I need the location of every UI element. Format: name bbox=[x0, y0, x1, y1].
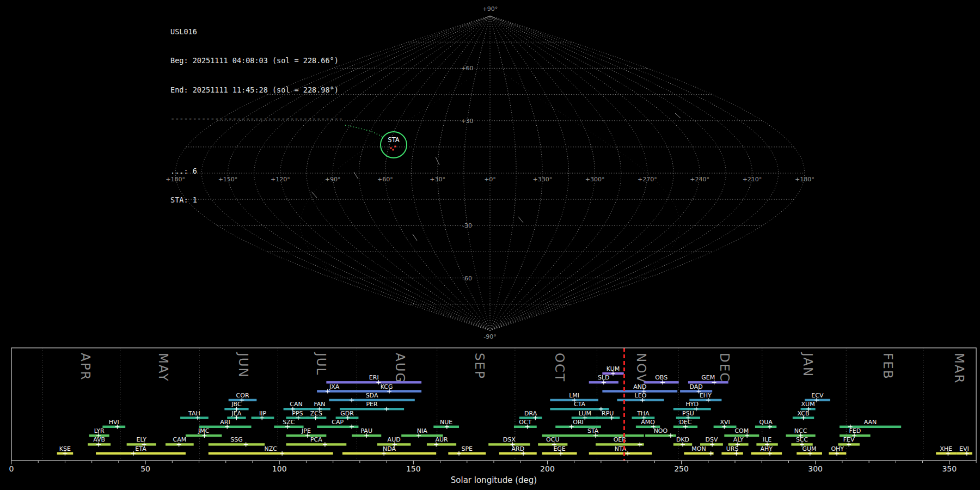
shower-code-label: JXA bbox=[329, 383, 340, 390]
shower-code-label: JBC bbox=[231, 401, 242, 408]
shower-code-label: AAN bbox=[864, 419, 877, 426]
x-tick-label: 100 bbox=[272, 464, 287, 473]
shower-code-label: FEV bbox=[843, 436, 855, 443]
shower-activity-bar bbox=[209, 452, 333, 455]
radiant-detection-dot bbox=[393, 149, 394, 151]
x-tick-label: 300 bbox=[808, 464, 823, 473]
shower-code-label: ORI bbox=[573, 419, 584, 426]
shower-code-label: THA bbox=[636, 410, 650, 417]
separator-line: --------------------------------------- bbox=[170, 114, 343, 124]
radiant-detection-dot bbox=[390, 148, 392, 149]
shower-activity-bar bbox=[180, 416, 209, 419]
shower-code-label: NZC bbox=[264, 445, 277, 452]
meteor-trail bbox=[354, 172, 358, 179]
shower-activity-bar bbox=[342, 452, 436, 455]
shower-code-label: GUM bbox=[803, 445, 817, 452]
longitude-label: +60° bbox=[377, 176, 393, 183]
shower-code-label: DSX bbox=[503, 436, 516, 443]
month-label: FEB bbox=[881, 353, 895, 380]
info-panel: USL016 Beg: 20251111 04:08:03 (sol = 228… bbox=[170, 8, 343, 225]
shower-activity-bar bbox=[352, 390, 421, 392]
shower-code-label: LYR bbox=[94, 427, 105, 434]
shower-code-label: AUR bbox=[435, 436, 448, 443]
shower-activity-bar bbox=[589, 452, 652, 455]
longitude-label: +0° bbox=[484, 176, 496, 183]
x-tick-label: 350 bbox=[942, 464, 957, 473]
shower-code-label: NOO bbox=[654, 427, 668, 434]
radiant-detection-dot bbox=[395, 146, 396, 148]
shower-code-label: ILE bbox=[763, 436, 771, 443]
longitude-label: +300° bbox=[585, 176, 605, 183]
latitude-label: -30 bbox=[462, 222, 472, 229]
radiant-drift-track bbox=[345, 125, 383, 137]
x-tick-label: 0 bbox=[9, 464, 14, 473]
shower-code-label: QUA bbox=[759, 419, 773, 426]
shower-code-label: AVB bbox=[93, 436, 105, 443]
shower-code-label: PER bbox=[366, 401, 378, 408]
shower-code-label: XCB bbox=[798, 410, 810, 417]
shower-code-label: OCT bbox=[519, 419, 531, 426]
shower-code-label: COR bbox=[236, 392, 249, 399]
shower-code-label: AND bbox=[633, 383, 646, 390]
meteor-trail bbox=[675, 113, 681, 118]
shower-code-label: KCG bbox=[381, 383, 393, 390]
month-label: NOV bbox=[634, 353, 648, 384]
shower-code-label: PSU bbox=[682, 410, 694, 417]
shower-code-label: XVI bbox=[720, 419, 730, 426]
shower-code-label: NUE bbox=[440, 419, 452, 426]
shower-code-label: JPE bbox=[301, 427, 311, 434]
shower-code-label: AHY bbox=[761, 445, 773, 452]
shower-code-label: SCC bbox=[796, 436, 808, 443]
shower-code-label: MON bbox=[691, 445, 706, 452]
x-tick-label: 50 bbox=[140, 464, 150, 473]
month-label: MAY bbox=[156, 353, 170, 382]
shower-code-label: LMI bbox=[569, 392, 579, 399]
shower-code-label: FED bbox=[849, 427, 861, 434]
pole-label-north: +90° bbox=[482, 5, 498, 13]
shower-code-label: DAD bbox=[689, 383, 702, 390]
shower-code-label: JMC bbox=[198, 427, 210, 434]
month-label: APR bbox=[78, 353, 93, 381]
shower-activity-bar bbox=[956, 452, 972, 455]
month-label: JUL bbox=[314, 352, 328, 376]
x-tick-label: 250 bbox=[674, 464, 689, 473]
shower-code-label: PAU bbox=[360, 427, 372, 434]
shower-code-label: IIP bbox=[259, 410, 266, 417]
shower-code-label: GEM bbox=[701, 374, 715, 381]
shower-activity-bar bbox=[448, 452, 486, 455]
shower-code-label: SDA bbox=[366, 392, 378, 399]
x-tick-label: 150 bbox=[406, 464, 421, 473]
shower-code-label: TAH bbox=[188, 410, 200, 417]
shower-code-label: KUM bbox=[607, 365, 620, 372]
shower-activity-bar bbox=[209, 443, 265, 445]
shower-code-label: OBS bbox=[655, 374, 667, 381]
shower-code-label: CAP bbox=[332, 419, 344, 426]
shower-code-label: ETA bbox=[135, 445, 146, 452]
count-sta: STA: 1 bbox=[170, 195, 343, 205]
begin-time: Beg: 20251111 04:08:03 (sol = 228.66°) bbox=[170, 56, 343, 66]
spacer bbox=[170, 143, 343, 147]
longitude-label: +240° bbox=[690, 176, 709, 183]
shower-code-label: ELY bbox=[137, 436, 147, 443]
latitude-label: -60 bbox=[462, 275, 472, 282]
shower-code-label: ERI bbox=[369, 374, 379, 381]
end-time: End: 20251111 11:45:28 (sol = 228.98°) bbox=[170, 85, 343, 95]
sky-map: +90°-90°+60+30-30-60+180°+150°+120°+90°+… bbox=[0, 0, 980, 343]
radiant-label: STA bbox=[388, 136, 399, 144]
meteor-trail bbox=[436, 157, 439, 165]
shower-code-label: PCA bbox=[310, 436, 322, 443]
shower-code-label: GDR bbox=[340, 410, 354, 417]
shower-code-label: DEC bbox=[679, 419, 691, 426]
month-label: DEC bbox=[718, 353, 732, 382]
shower-activity-bar bbox=[499, 452, 537, 455]
activity-timeline: APRMAYJUNJULAUGSEPOCTNOVDECJANFEBMAR0501… bbox=[0, 343, 980, 490]
count-sporadics: ...: 6 bbox=[170, 167, 343, 176]
month-label: MAR bbox=[952, 353, 966, 384]
shower-code-label: CAM bbox=[173, 436, 187, 443]
longitude-label: +330° bbox=[532, 176, 552, 183]
shower-code-label: DSV bbox=[705, 436, 718, 443]
shower-code-label: COM bbox=[734, 427, 749, 434]
shower-code-label: RPU bbox=[602, 410, 614, 417]
shower-activity-bar bbox=[721, 452, 743, 455]
shower-code-label: EHY bbox=[700, 392, 712, 399]
